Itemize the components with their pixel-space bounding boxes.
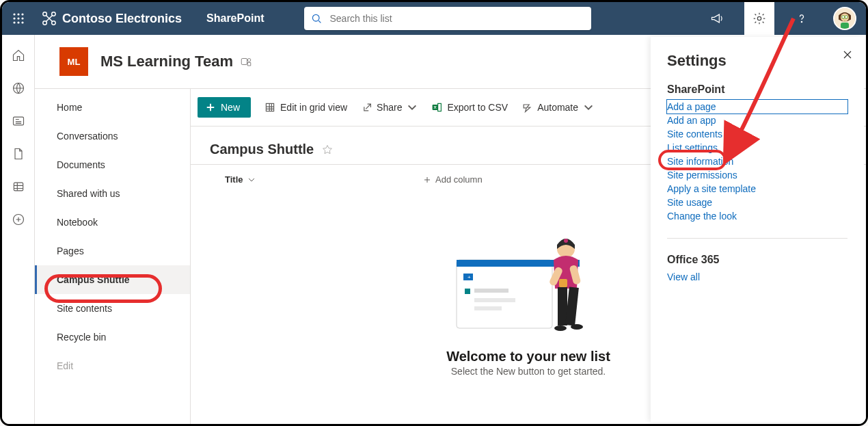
svg-rect-23 <box>14 183 23 191</box>
link-site-template[interactable]: Apply a site template <box>667 182 847 196</box>
nav-home[interactable]: Home <box>35 93 190 122</box>
svg-text:+: + <box>467 274 471 280</box>
svg-rect-46 <box>559 279 567 287</box>
svg-point-45 <box>571 324 583 330</box>
plus-icon <box>423 176 431 184</box>
svg-rect-42 <box>558 287 567 325</box>
svg-point-4 <box>17 17 19 19</box>
svg-point-26 <box>247 59 251 62</box>
site-logo[interactable]: ML <box>59 47 88 76</box>
link-site-contents[interactable]: Site contents <box>667 127 847 141</box>
list-title: Campus Shuttle <box>210 142 314 157</box>
link-site-usage[interactable]: Site usage <box>667 196 847 209</box>
svg-point-14 <box>757 16 761 20</box>
app-launcher-icon[interactable] <box>8 8 29 29</box>
svg-point-1 <box>17 13 19 15</box>
teams-icon[interactable] <box>240 55 252 68</box>
link-add-page[interactable]: Add a page <box>667 100 847 114</box>
nav-recycle[interactable]: Recycle bin <box>35 323 190 351</box>
app-name[interactable]: SharePoint <box>206 12 264 25</box>
tenant-name: Contoso Electronics <box>62 12 182 26</box>
svg-point-3 <box>13 17 15 19</box>
svg-rect-29 <box>438 103 442 111</box>
new-button-label: New <box>221 102 240 113</box>
svg-rect-34 <box>465 289 470 294</box>
close-panel-button[interactable] <box>842 49 853 63</box>
svg-rect-25 <box>241 59 247 65</box>
o365-heading: Office 365 <box>667 254 847 266</box>
svg-point-18 <box>842 16 845 18</box>
empty-title: Welcome to your new list <box>446 349 610 364</box>
link-add-app[interactable]: Add an app <box>667 114 847 127</box>
nav-conversations[interactable]: Conversations <box>35 122 190 150</box>
site-title[interactable]: MS Learning Team <box>100 53 233 70</box>
svg-rect-35 <box>474 289 508 293</box>
export-button[interactable]: Export to CSV <box>431 102 508 113</box>
svg-point-0 <box>13 13 15 15</box>
chevron-down-icon <box>247 176 256 184</box>
link-list-settings[interactable]: List settings <box>667 141 847 155</box>
favorite-star-icon[interactable] <box>322 144 333 155</box>
new-button[interactable]: New <box>198 97 251 118</box>
svg-point-2 <box>21 13 23 15</box>
link-change-look[interactable]: Change the look <box>667 209 847 223</box>
site-left-nav: Home Conversations Documents Shared with… <box>35 89 191 424</box>
svg-rect-30 <box>457 260 552 328</box>
svg-point-8 <box>21 21 23 23</box>
svg-point-19 <box>845 16 847 18</box>
home-rail-icon[interactable] <box>10 47 27 64</box>
suite-header: Contoso Electronics SharePoint <box>2 2 866 35</box>
nav-documents[interactable]: Documents <box>35 150 190 179</box>
megaphone-icon[interactable] <box>702 2 732 35</box>
svg-rect-43 <box>565 287 579 325</box>
tenant-brand: Contoso Electronics <box>42 11 182 26</box>
svg-rect-37 <box>474 306 502 310</box>
svg-rect-27 <box>266 103 273 111</box>
search-input[interactable] <box>329 12 584 25</box>
file-rail-icon[interactable] <box>10 146 27 162</box>
svg-rect-22 <box>13 117 23 125</box>
column-title[interactable]: Title <box>225 174 423 185</box>
drone-icon <box>42 11 57 26</box>
nav-pages[interactable]: Pages <box>35 237 190 265</box>
nav-notebook[interactable]: Notebook <box>35 208 190 237</box>
chevron-down-icon <box>407 102 418 113</box>
automate-button[interactable]: Automate <box>521 102 594 113</box>
svg-point-15 <box>801 21 802 22</box>
list-rail-icon[interactable] <box>10 178 27 195</box>
empty-illustration: + <box>450 226 607 342</box>
svg-point-13 <box>312 14 319 21</box>
news-rail-icon[interactable] <box>10 113 27 129</box>
user-avatar[interactable] <box>833 7 856 30</box>
svg-point-44 <box>554 325 567 331</box>
settings-panel: Settings SharePoint Add a page Add an ap… <box>651 37 864 422</box>
link-view-all[interactable]: View all <box>667 270 847 284</box>
settings-heading: Settings <box>667 52 847 70</box>
settings-gear-icon[interactable] <box>744 2 774 35</box>
search-box[interactable] <box>304 7 591 30</box>
svg-point-6 <box>13 21 15 23</box>
nav-campus-shuttle[interactable]: Campus Shuttle <box>35 265 190 294</box>
svg-point-7 <box>17 21 19 23</box>
svg-rect-36 <box>474 298 515 302</box>
svg-point-5 <box>21 17 23 19</box>
chevron-down-icon <box>583 102 594 113</box>
nav-edit[interactable]: Edit <box>35 351 190 380</box>
svg-rect-20 <box>841 23 849 29</box>
nav-site-contents[interactable]: Site contents <box>35 294 190 323</box>
create-rail-icon[interactable] <box>10 211 27 228</box>
nav-shared[interactable]: Shared with us <box>35 179 190 208</box>
empty-subtitle: Select the New button to get started. <box>451 366 606 377</box>
globe-rail-icon[interactable] <box>10 80 27 96</box>
edit-grid-button[interactable]: Edit in grid view <box>265 102 347 113</box>
share-button[interactable]: Share <box>361 102 418 113</box>
add-column-button[interactable]: Add column <box>423 174 483 185</box>
sharepoint-heading: SharePoint <box>667 83 847 96</box>
link-site-permissions[interactable]: Site permissions <box>667 168 847 182</box>
svg-point-39 <box>564 239 568 243</box>
app-rail <box>2 35 35 424</box>
search-icon <box>311 13 322 24</box>
help-icon[interactable] <box>787 2 817 35</box>
link-site-info[interactable]: Site information <box>667 155 847 168</box>
